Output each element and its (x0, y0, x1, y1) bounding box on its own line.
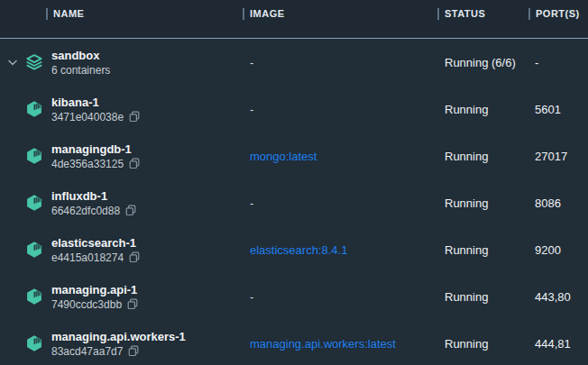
container-id: e4415a018274 (51, 251, 124, 265)
container-icon (25, 241, 43, 259)
column-header-label: STATUS (445, 8, 485, 19)
ports-cell: 443,80 (527, 290, 588, 304)
chevron-down-icon[interactable] (0, 59, 25, 66)
status-cell: Running (436, 243, 527, 257)
column-header-image[interactable]: IMAGE (242, 0, 436, 27)
image-cell: - (242, 290, 436, 304)
copy-icon[interactable] (129, 251, 140, 263)
container-name: influxdb-1 (51, 188, 136, 204)
container-name: managing.api-1 (51, 282, 138, 297)
column-header-status[interactable]: STATUS (436, 0, 527, 27)
status-cell: Running (436, 196, 527, 210)
name-cell: influxdb-1 66462dfc0d88 (0, 188, 242, 218)
name-cell: elasticsearch-1 e4415a018274 (0, 235, 242, 265)
chevron-down-icon[interactable] (0, 341, 25, 347)
containers-table: NAME IMAGE STATUS PORT(S) (0, 0, 588, 365)
chevron-down-icon[interactable] (0, 200, 25, 206)
name-cell: managing.api-1 7490ccdc3dbb (0, 282, 242, 312)
copy-icon[interactable] (128, 345, 139, 357)
image-cell: elasticsearch:8.4.1 (242, 243, 436, 257)
container-id: 6 containers (51, 63, 110, 78)
ports-cell: 27017 (527, 150, 588, 163)
name-cell: managingdb-1 4de356a33125 (0, 141, 242, 171)
ports-cell: 444,81 (527, 337, 588, 351)
column-header-label: PORT(S) (536, 8, 580, 19)
table-row[interactable]: managing.api-1 7490ccdc3dbb - Running 44… (0, 273, 588, 320)
container-name: elasticsearch-1 (51, 235, 140, 251)
status-cell: Running (6/6) (436, 56, 527, 69)
column-header-label: IMAGE (250, 8, 285, 19)
container-id: 3471e040038e (51, 110, 124, 124)
image-name[interactable]: mongo:latest (250, 150, 317, 163)
column-header-name[interactable]: NAME (0, 0, 242, 27)
column-header-label: NAME (53, 8, 84, 19)
container-name: kibana-1 (51, 95, 140, 110)
ports-cell: 9200 (527, 243, 588, 257)
status-cell: Running (436, 103, 527, 116)
copy-icon[interactable] (125, 205, 136, 216)
column-separator (243, 8, 244, 20)
table-row[interactable]: managing.api.workers-1 83acd47aa7d7 mana… (0, 320, 588, 365)
table-row[interactable]: managingdb-1 4de356a33125 mongo:latest R… (0, 132, 588, 179)
name-cell: sandbox 6 containers (0, 48, 242, 78)
copy-icon[interactable] (127, 298, 138, 310)
image-name[interactable]: managing.api.workers:latest (250, 337, 396, 351)
name-lines: sandbox 6 containers (51, 48, 110, 78)
container-icon (25, 194, 43, 212)
container-id: 7490ccdc3dbb (51, 297, 122, 312)
image-name[interactable]: elasticsearch:8.4.1 (250, 243, 347, 257)
table-row[interactable]: sandbox 6 containers - Running (6/6) - (0, 39, 588, 86)
chevron-down-icon[interactable] (0, 106, 25, 113)
table-row[interactable]: elasticsearch-1 e4415a018274 elasticsear… (0, 226, 588, 273)
image-name: - (250, 196, 253, 210)
container-icon (25, 147, 43, 165)
name-lines: managing.api-1 7490ccdc3dbb (51, 282, 138, 312)
status-cell: Running (436, 290, 527, 304)
column-separator (528, 8, 530, 20)
name-lines: managing.api.workers-1 83acd47aa7d7 (51, 329, 186, 359)
table-body: sandbox 6 containers - Running (6/6) - (0, 39, 588, 365)
ports-cell: 8086 (527, 196, 588, 210)
ports-cell: - (527, 56, 588, 69)
status-cell: Running (436, 337, 527, 351)
name-lines: influxdb-1 66462dfc0d88 (51, 188, 136, 218)
image-name: - (250, 56, 253, 69)
image-cell: managing.api.workers:latest (242, 337, 436, 351)
column-separator (46, 8, 48, 20)
image-name: - (250, 103, 253, 116)
container-icon (25, 100, 43, 118)
container-icon (25, 287, 43, 306)
name-cell: managing.api.workers-1 83acd47aa7d7 (0, 329, 242, 359)
table-row[interactable]: influxdb-1 66462dfc0d88 - Running 8086 (0, 179, 588, 226)
stack-icon (25, 53, 43, 71)
chevron-down-icon[interactable] (0, 153, 25, 160)
column-header-ports[interactable]: PORT(S) (527, 0, 588, 27)
image-cell: - (242, 103, 436, 116)
table-header: NAME IMAGE STATUS PORT(S) (0, 0, 588, 39)
container-id: 66462dfc0d88 (51, 204, 120, 218)
container-icon (25, 334, 43, 352)
container-name: sandbox (51, 48, 110, 63)
container-id: 83acd47aa7d7 (51, 344, 123, 359)
status-cell: Running (436, 150, 527, 163)
container-id: 4de356a33125 (51, 157, 124, 171)
chevron-down-icon[interactable] (0, 294, 25, 300)
image-cell: - (242, 196, 436, 210)
column-separator (437, 8, 439, 20)
copy-icon[interactable] (129, 111, 140, 123)
image-cell: mongo:latest (242, 150, 436, 163)
name-lines: elasticsearch-1 e4415a018274 (51, 235, 140, 265)
image-cell: - (242, 56, 436, 69)
ports-cell: 5601 (527, 103, 588, 116)
container-name: managing.api.workers-1 (51, 329, 186, 344)
image-name: - (250, 290, 253, 304)
copy-icon[interactable] (129, 158, 140, 169)
name-cell: kibana-1 3471e040038e (0, 95, 242, 124)
name-lines: kibana-1 3471e040038e (51, 95, 140, 124)
name-lines: managingdb-1 4de356a33125 (51, 141, 140, 171)
container-name: managingdb-1 (51, 141, 140, 157)
chevron-down-icon[interactable] (0, 247, 25, 253)
table-row[interactable]: kibana-1 3471e040038e - Running 5601 (0, 86, 588, 132)
